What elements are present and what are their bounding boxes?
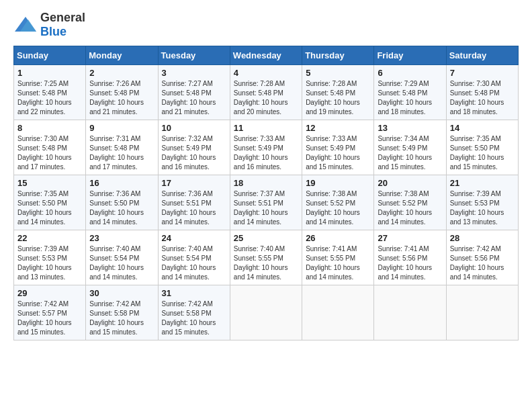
day-info: Sunrise: 7:35 AMSunset: 5:50 PMDaylight:… <box>450 135 504 171</box>
logo: General Blue <box>13 11 85 39</box>
day-number: 18 <box>234 178 299 188</box>
day-number: 7 <box>450 68 515 78</box>
day-cell: 17 Sunrise: 7:36 AMSunset: 5:51 PMDaylig… <box>158 175 230 230</box>
weekday-header-saturday: Saturday <box>446 46 518 65</box>
week-row-5: 29 Sunrise: 7:42 AMSunset: 5:57 PMDaylig… <box>14 285 519 340</box>
day-cell <box>446 285 518 340</box>
day-number: 11 <box>234 123 299 133</box>
day-cell <box>374 285 446 340</box>
day-cell: 19 Sunrise: 7:38 AMSunset: 5:52 PMDaylig… <box>302 175 374 230</box>
day-info: Sunrise: 7:42 AMSunset: 5:56 PMDaylight:… <box>450 245 504 281</box>
day-info: Sunrise: 7:33 AMSunset: 5:49 PMDaylight:… <box>234 135 288 171</box>
weekday-header-row: SundayMondayTuesdayWednesdayThursdayFrid… <box>14 46 519 65</box>
day-info: Sunrise: 7:33 AMSunset: 5:49 PMDaylight:… <box>306 135 360 171</box>
day-cell: 4 Sunrise: 7:28 AMSunset: 5:48 PMDayligh… <box>230 65 302 120</box>
day-number: 8 <box>17 123 83 133</box>
day-info: Sunrise: 7:39 AMSunset: 5:53 PMDaylight:… <box>450 190 504 226</box>
day-number: 30 <box>89 288 154 298</box>
day-cell: 8 Sunrise: 7:30 AMSunset: 5:48 PMDayligh… <box>14 120 86 175</box>
day-number: 17 <box>162 178 227 188</box>
day-cell: 28 Sunrise: 7:42 AMSunset: 5:56 PMDaylig… <box>446 230 518 285</box>
day-cell: 18 Sunrise: 7:37 AMSunset: 5:51 PMDaylig… <box>230 175 302 230</box>
day-info: Sunrise: 7:39 AMSunset: 5:53 PMDaylight:… <box>17 245 72 281</box>
day-cell: 16 Sunrise: 7:36 AMSunset: 5:50 PMDaylig… <box>86 175 158 230</box>
day-info: Sunrise: 7:26 AMSunset: 5:48 PMDaylight:… <box>89 80 144 116</box>
day-cell: 27 Sunrise: 7:41 AMSunset: 5:56 PMDaylig… <box>374 230 446 285</box>
page: General Blue SundayMondayTuesdayWednesda… <box>0 0 532 347</box>
logo-general: General <box>40 11 85 24</box>
day-info: Sunrise: 7:30 AMSunset: 5:48 PMDaylight:… <box>17 135 72 171</box>
day-cell: 29 Sunrise: 7:42 AMSunset: 5:57 PMDaylig… <box>14 285 86 340</box>
day-number: 24 <box>162 233 227 243</box>
day-cell: 12 Sunrise: 7:33 AMSunset: 5:49 PMDaylig… <box>302 120 374 175</box>
week-row-4: 22 Sunrise: 7:39 AMSunset: 5:53 PMDaylig… <box>14 230 519 285</box>
day-info: Sunrise: 7:32 AMSunset: 5:49 PMDaylight:… <box>162 135 216 171</box>
day-number: 6 <box>378 68 443 78</box>
day-number: 4 <box>234 68 299 78</box>
day-number: 23 <box>89 233 154 243</box>
logo-blue: Blue <box>40 25 66 38</box>
day-number: 27 <box>378 233 443 243</box>
day-cell: 5 Sunrise: 7:28 AMSunset: 5:48 PMDayligh… <box>302 65 374 120</box>
day-number: 12 <box>306 123 371 133</box>
day-cell: 6 Sunrise: 7:29 AMSunset: 5:48 PMDayligh… <box>374 65 446 120</box>
weekday-header-wednesday: Wednesday <box>230 46 302 65</box>
weekday-header-friday: Friday <box>374 46 446 65</box>
day-cell: 9 Sunrise: 7:31 AMSunset: 5:48 PMDayligh… <box>86 120 158 175</box>
day-number: 25 <box>234 233 299 243</box>
day-cell: 31 Sunrise: 7:42 AMSunset: 5:58 PMDaylig… <box>158 285 230 340</box>
day-info: Sunrise: 7:42 AMSunset: 5:58 PMDaylight:… <box>162 300 216 336</box>
day-number: 20 <box>378 178 443 188</box>
day-cell <box>230 285 302 340</box>
day-info: Sunrise: 7:30 AMSunset: 5:48 PMDaylight:… <box>450 80 504 116</box>
day-cell: 1 Sunrise: 7:25 AMSunset: 5:48 PMDayligh… <box>14 65 86 120</box>
day-number: 14 <box>450 123 515 133</box>
day-info: Sunrise: 7:35 AMSunset: 5:50 PMDaylight:… <box>17 190 72 226</box>
week-row-1: 1 Sunrise: 7:25 AMSunset: 5:48 PMDayligh… <box>14 65 519 120</box>
weekday-header-sunday: Sunday <box>14 46 86 65</box>
day-info: Sunrise: 7:42 AMSunset: 5:58 PMDaylight:… <box>89 300 144 336</box>
calendar-table: SundayMondayTuesdayWednesdayThursdayFrid… <box>13 46 519 340</box>
logo-text: General Blue <box>40 11 85 39</box>
day-number: 5 <box>306 68 371 78</box>
day-number: 3 <box>162 68 227 78</box>
day-number: 1 <box>17 68 83 78</box>
day-cell: 21 Sunrise: 7:39 AMSunset: 5:53 PMDaylig… <box>446 175 518 230</box>
day-info: Sunrise: 7:29 AMSunset: 5:48 PMDaylight:… <box>378 80 432 116</box>
day-cell: 22 Sunrise: 7:39 AMSunset: 5:53 PMDaylig… <box>14 230 86 285</box>
weekday-header-monday: Monday <box>86 46 158 65</box>
day-info: Sunrise: 7:40 AMSunset: 5:54 PMDaylight:… <box>162 245 216 281</box>
day-number: 21 <box>450 178 515 188</box>
day-cell: 2 Sunrise: 7:26 AMSunset: 5:48 PMDayligh… <box>86 65 158 120</box>
day-info: Sunrise: 7:25 AMSunset: 5:48 PMDaylight:… <box>17 80 72 116</box>
day-cell: 20 Sunrise: 7:38 AMSunset: 5:52 PMDaylig… <box>374 175 446 230</box>
day-info: Sunrise: 7:31 AMSunset: 5:48 PMDaylight:… <box>89 135 144 171</box>
day-cell: 3 Sunrise: 7:27 AMSunset: 5:48 PMDayligh… <box>158 65 230 120</box>
day-number: 19 <box>306 178 371 188</box>
day-info: Sunrise: 7:27 AMSunset: 5:48 PMDaylight:… <box>162 80 216 116</box>
day-info: Sunrise: 7:40 AMSunset: 5:55 PMDaylight:… <box>234 245 288 281</box>
day-number: 2 <box>89 68 154 78</box>
day-number: 9 <box>89 123 154 133</box>
day-info: Sunrise: 7:36 AMSunset: 5:51 PMDaylight:… <box>162 190 216 226</box>
day-cell: 10 Sunrise: 7:32 AMSunset: 5:49 PMDaylig… <box>158 120 230 175</box>
week-row-2: 8 Sunrise: 7:30 AMSunset: 5:48 PMDayligh… <box>14 120 519 175</box>
day-number: 26 <box>306 233 371 243</box>
day-info: Sunrise: 7:38 AMSunset: 5:52 PMDaylight:… <box>306 190 360 226</box>
day-number: 16 <box>89 178 154 188</box>
day-number: 22 <box>17 233 83 243</box>
day-info: Sunrise: 7:37 AMSunset: 5:51 PMDaylight:… <box>234 190 288 226</box>
day-info: Sunrise: 7:28 AMSunset: 5:48 PMDaylight:… <box>306 80 360 116</box>
week-row-3: 15 Sunrise: 7:35 AMSunset: 5:50 PMDaylig… <box>14 175 519 230</box>
day-info: Sunrise: 7:42 AMSunset: 5:57 PMDaylight:… <box>17 300 72 336</box>
day-info: Sunrise: 7:41 AMSunset: 5:55 PMDaylight:… <box>306 245 360 281</box>
logo-icon <box>13 15 38 34</box>
day-cell: 25 Sunrise: 7:40 AMSunset: 5:55 PMDaylig… <box>230 230 302 285</box>
day-number: 29 <box>17 288 83 298</box>
day-cell <box>302 285 374 340</box>
day-info: Sunrise: 7:34 AMSunset: 5:49 PMDaylight:… <box>378 135 432 171</box>
weekday-header-thursday: Thursday <box>302 46 374 65</box>
header-area: General Blue <box>13 11 519 39</box>
day-cell: 7 Sunrise: 7:30 AMSunset: 5:48 PMDayligh… <box>446 65 518 120</box>
day-number: 28 <box>450 233 515 243</box>
